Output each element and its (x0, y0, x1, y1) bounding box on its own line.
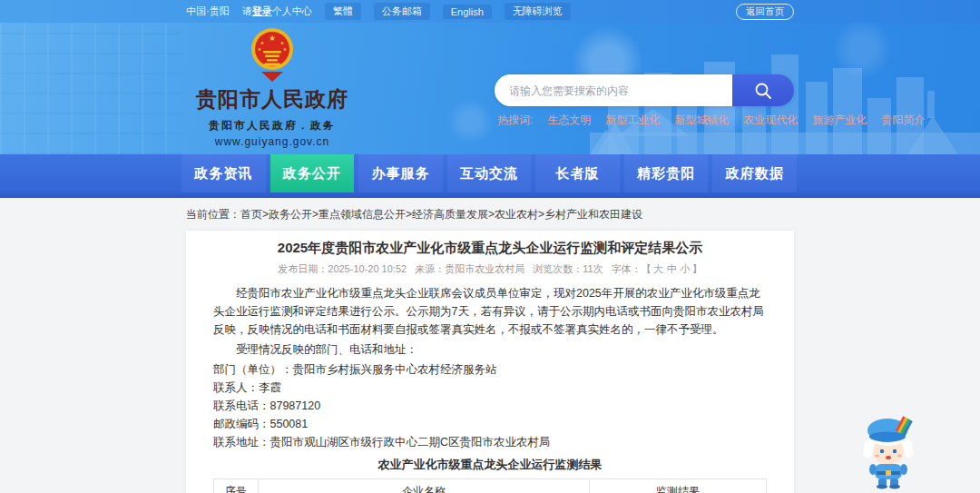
top-utility-bar: 中国·贵阳 请登录个人中心 繁體 公务邮箱 English 无障碍浏览 返回首页 (0, 0, 980, 23)
mascot-helper-button[interactable] (858, 413, 916, 493)
topbar-login-link[interactable]: 请登录个人中心 (242, 5, 312, 18)
hot-search-row: 热搜词: 生态文明 新型工业化 新型城镇化 农业现代化 旅游产业化 贵阳简介 (497, 113, 860, 128)
font-size-medium-button[interactable]: 中 (667, 263, 677, 274)
topbar-accessibility-link[interactable]: 无障碍浏览 (505, 3, 571, 20)
nav-tab-elderly[interactable]: 长者版 (535, 154, 620, 192)
article-card: 2025年度贵阳市农业产业化市级重点龙头企业运行监测和评定结果公示 发布日期：2… (186, 231, 794, 493)
results-table-caption: 农业产业化市级重点龙头企业运行监测结果 (213, 457, 767, 473)
nav-tab-data[interactable]: 政府数据 (712, 154, 797, 192)
font-size-large-button[interactable]: 大 (653, 263, 663, 274)
hot-search-term-industrialization[interactable]: 新型工业化 (605, 113, 660, 128)
table-header-row: 序号 企业名称 监测结果 (214, 479, 767, 493)
nav-tab-interaction[interactable]: 互动交流 (447, 154, 532, 192)
home-button[interactable]: 返回首页 (736, 4, 794, 20)
hot-search-term-ecology[interactable]: 生态文明 (547, 113, 591, 128)
topbar-traditional-link[interactable]: 繁體 (325, 3, 361, 20)
contact-person: 联系人：李霞 (213, 381, 767, 396)
search-icon (753, 81, 773, 101)
login-suffix: 个人中心 (272, 5, 312, 16)
page: 中国·贵阳 请登录个人中心 繁體 公务邮箱 English 无障碍浏览 返回首页 (0, 0, 980, 493)
hot-search-term-tourism[interactable]: 旅游产业化 (812, 113, 867, 128)
font-size-close-bracket: 】 (692, 263, 702, 274)
hot-search-term-agriculture[interactable]: 农业现代化 (743, 113, 798, 128)
svg-text:★: ★ (283, 46, 288, 52)
svg-text:★: ★ (269, 34, 276, 43)
svg-text:★: ★ (258, 46, 262, 52)
national-emblem-icon: ★ ★ ★ ★ ★ (250, 27, 294, 84)
search-input[interactable] (495, 74, 732, 106)
font-size-small-button[interactable]: 小 (681, 263, 691, 274)
font-size-label: 字体：【 (612, 263, 652, 274)
article-paragraph: 受理情况反映的部门、电话和地址： (213, 340, 767, 359)
header-cell-result: 监测结果 (590, 479, 767, 493)
breadcrumb: 当前位置：首页>政务公开>重点领域信息公开>经济高质量发展>农业农村>乡村产业和… (186, 207, 642, 222)
login-prefix: 请 (242, 5, 252, 16)
svg-text:★: ★ (280, 40, 285, 45)
article-paragraph: 经贵阳市农业产业化市级重点龙头企业联席会议成员单位审定，现对2025年开展的农业… (213, 284, 767, 339)
search-bar (495, 74, 794, 106)
hot-search-term-urbanization[interactable]: 新型城镇化 (674, 113, 729, 128)
svg-text:★: ★ (260, 40, 265, 45)
site-subtitle: 贵阳市人民政府．政务 (186, 119, 358, 133)
header-cell-seq: 序号 (214, 479, 259, 493)
breadcrumb-path[interactable]: 首页>政务公开>重点领域信息公开>经济高质量发展>农业农村>乡村产业和农田建设 (240, 208, 642, 221)
nav-tab-highlights[interactable]: 精彩贵阳 (624, 154, 709, 192)
article-title: 2025年度贵阳市农业产业化市级重点龙头企业运行监测和评定结果公示 (213, 239, 767, 256)
header-banner: ★ ★ ★ ★ ★ 贵阳市人民政府 贵阳市人民政府．政务 www.guiyang… (0, 23, 980, 154)
contact-address: 联系地址：贵阳市观山湖区市级行政中心二期C区贵阳市农业农村局 (213, 436, 767, 450)
hot-search-term-intro[interactable]: 贵阳简介 (881, 113, 925, 128)
topbar-mail-link[interactable]: 公务邮箱 (374, 3, 430, 20)
mascot-icon (858, 413, 916, 489)
nav-tab-services[interactable]: 办事服务 (358, 154, 443, 192)
search-button[interactable] (732, 74, 794, 106)
results-table: 序号 企业名称 监测结果 1 贵州合力超市采购有限公司 合格 2 贵州友禾种业有… (213, 478, 767, 493)
nav-tab-disclosure[interactable]: 政务公开 (270, 154, 355, 192)
publish-date: 发布日期：2025-10-20 10:52 (278, 263, 407, 274)
article-meta: 发布日期：2025-10-20 10:52 来源：贵阳市农业农村局 浏览次数：1… (213, 262, 767, 276)
main-nav: 政务资讯 政务公开 办事服务 互动交流 长者版 精彩贵阳 政府数据 (0, 154, 980, 198)
article-body: 经贵阳市农业产业化市级重点龙头企业联席会议成员单位审定，现对2025年开展的农业… (213, 284, 767, 493)
view-count: 浏览次数：11次 (533, 263, 603, 274)
hot-search-label: 热搜词: (497, 113, 533, 128)
site-title: 贵阳市人民政府 (186, 85, 358, 113)
site-logo-block[interactable]: ★ ★ ★ ★ ★ 贵阳市人民政府 贵阳市人民政府．政务 www.guiyang… (186, 27, 358, 148)
breadcrumb-bar: 当前位置：首页>政务公开>重点领域信息公开>经济高质量发展>农业农村>乡村产业和… (0, 198, 980, 231)
site-url: www.guiyang.gov.cn (186, 135, 358, 148)
article-source: 来源：贵阳市农业农村局 (415, 263, 524, 274)
breadcrumb-label: 当前位置： (186, 208, 240, 221)
topbar-region-label[interactable]: 中国·贵阳 (186, 5, 230, 18)
contact-postcode: 邮政编码：550081 (213, 418, 767, 432)
topbar-english-link[interactable]: English (443, 5, 492, 19)
contact-department: 部门（单位）：贵阳市乡村振兴服务中心农村经济服务站 (213, 363, 767, 378)
header-cell-company: 企业名称 (258, 479, 589, 493)
circuit-decoration (0, 23, 181, 154)
contact-phone: 联系电话：87987120 (213, 399, 767, 414)
nav-tab-news[interactable]: 政务资讯 (181, 154, 266, 192)
login-link[interactable]: 登录 (252, 5, 272, 16)
